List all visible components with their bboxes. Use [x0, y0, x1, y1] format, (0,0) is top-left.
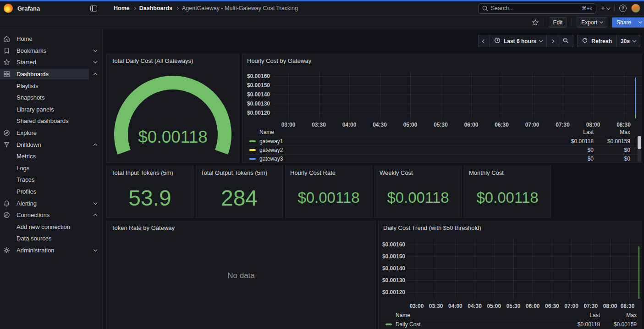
no-data-message: No data	[107, 271, 375, 280]
time-range-group: Last 6 hours	[478, 35, 573, 47]
dock-sidebar-icon[interactable]	[90, 6, 97, 11]
sidebar-item-data-sources[interactable]: Data sources	[0, 233, 102, 245]
topbar-actions: Search... ⌘+k + ?	[478, 3, 644, 14]
sidebar-item-bookmarks[interactable]: Bookmarks	[0, 45, 102, 57]
refresh-interval-picker[interactable]: 30s	[616, 35, 640, 47]
y-tick: $0.00140	[243, 91, 270, 98]
breadcrumb-dashboards[interactable]: Dashboards	[139, 5, 172, 11]
panel-token-rate-by-gateway: Token Rate by Gateway No data	[106, 221, 376, 329]
legend-row-gateway1[interactable]: gateway1 $0.00118 $0.00159	[247, 137, 638, 145]
chevron-left-icon	[482, 39, 486, 43]
plus-icon: +	[601, 5, 605, 12]
legend-header-name[interactable]: Name	[259, 129, 557, 135]
time-range-picker[interactable]: Last 6 hours	[490, 35, 546, 47]
new-button[interactable]: +	[601, 5, 610, 12]
time-back-button[interactable]	[479, 35, 490, 47]
search-icon	[482, 6, 488, 11]
compass-icon	[3, 129, 10, 137]
legend-header-max[interactable]: Max	[594, 129, 630, 135]
chevron-up-icon[interactable]	[94, 73, 97, 77]
chevron-down-icon	[638, 20, 642, 23]
sidebar-item-logs[interactable]: Logs	[0, 162, 102, 174]
legend-table: Name Last Max gateway1 $0.00118 $0.00159	[247, 128, 638, 163]
sidebar-item-administration[interactable]: Administration	[0, 245, 102, 257]
bookmark-icon	[3, 47, 10, 54]
panel-total-output-tokens: Total Output Tokens (5m) 284	[196, 166, 283, 218]
plug-icon	[3, 212, 10, 219]
sidebar-item-playlists[interactable]: Playlists	[0, 80, 102, 92]
legend-header: Name Last Max	[247, 128, 638, 137]
breadcrumb-home[interactable]: Home	[114, 5, 130, 11]
y-tick: $0.00150	[379, 253, 405, 260]
search-shortcut: ⌘+k	[582, 6, 592, 11]
chevron-right-icon	[550, 39, 554, 43]
share-menu-button[interactable]	[636, 17, 644, 28]
export-button[interactable]: Export	[577, 17, 607, 28]
search-input[interactable]: Search... ⌘+k	[478, 3, 596, 14]
sidebar-item-dashboards[interactable]: Dashboards	[0, 68, 102, 80]
search-placeholder: Search...	[491, 5, 579, 11]
panel-title[interactable]: Total Output Tokens (5m)	[196, 166, 282, 176]
star-favorite-icon[interactable]	[532, 19, 539, 26]
home-icon	[3, 35, 10, 43]
y-tick: $0.00140	[379, 265, 405, 272]
zoom-out-button[interactable]	[558, 35, 573, 47]
grafana-app: Grafana Home Dashboards AgentGateway - M…	[0, 0, 644, 329]
avatar[interactable]	[631, 4, 640, 13]
sidebar-item-snapshots[interactable]: Snapshots	[0, 92, 102, 104]
legend-header-last[interactable]: Last	[563, 312, 600, 318]
x-tick: 07:30	[549, 122, 577, 128]
series-spike-daily-cost	[638, 246, 639, 299]
stat-value: $0.00118	[286, 182, 372, 214]
chevron-up-icon[interactable]	[94, 214, 97, 217]
gauge-arc	[109, 68, 237, 162]
sidebar-item-connections[interactable]: Connections	[0, 209, 102, 221]
sidebar-item-starred[interactable]: Starred	[0, 56, 102, 68]
chevron-down-icon[interactable]	[94, 48, 97, 52]
legend-row-gateway2[interactable]: gateway2 $0 $0	[247, 145, 638, 154]
sidebar-item-add-new-connection[interactable]: Add new connection	[0, 221, 102, 233]
chevron-down-icon[interactable]	[94, 60, 97, 63]
sidebar-item-shared-dashboards[interactable]: Shared dashboards	[0, 115, 102, 127]
refresh-button[interactable]: Refresh	[578, 35, 616, 47]
legend-scrollbar-thumb[interactable]	[638, 136, 641, 149]
panel-title[interactable]: Token Rate by Gateway	[107, 221, 375, 231]
sidebar-item-metrics[interactable]: Metrics	[0, 151, 102, 162]
legend-header-name[interactable]: Name	[396, 312, 563, 318]
panel-daily-cost-trend: Daily Cost Trend (with $50 threshold) $0…	[378, 221, 642, 329]
help-icon[interactable]: ?	[619, 5, 627, 12]
sidebar-item-alerting[interactable]: Alerting	[0, 197, 102, 209]
time-controls: Last 6 hours Refresh 30s	[478, 35, 640, 47]
chevron-up-icon[interactable]	[94, 143, 97, 147]
share-button[interactable]: Share	[612, 17, 636, 28]
chevron-down-icon[interactable]	[94, 248, 97, 251]
panel-title[interactable]: Total Input Tokens (5m)	[107, 166, 193, 176]
legend-header-max[interactable]: Max	[600, 312, 637, 318]
legend-row-daily-cost[interactable]: Daily Cost $0.00118 $0.00159	[383, 320, 638, 329]
panel-title[interactable]: Total Daily Cost (All Gateways)	[107, 54, 239, 64]
chevron-down-icon[interactable]	[94, 201, 97, 204]
sidebar-item-drilldown[interactable]: Drilldown	[0, 139, 102, 151]
panel-title[interactable]: Monthly Cost	[464, 166, 550, 176]
legend-row-gateway3[interactable]: gateway3 $0 $0	[247, 154, 638, 163]
legend-header-last[interactable]: Last	[557, 129, 594, 135]
edit-button[interactable]: Edit	[549, 17, 567, 28]
stat-value: 53.9	[107, 182, 193, 214]
sidebar-item-explore[interactable]: Explore	[0, 127, 102, 139]
panel-title[interactable]: Hourly Cost by Gateway	[242, 54, 642, 64]
chevron-right-icon	[176, 7, 179, 10]
sidebar-item-home[interactable]: Home	[0, 33, 102, 45]
stat-value: $0.00118	[375, 182, 461, 214]
sidebar-item-traces[interactable]: Traces	[0, 174, 102, 186]
panel-title[interactable]: Hourly Cost Rate	[286, 166, 372, 176]
series-spike-gateway3	[635, 78, 636, 116]
time-forward-button[interactable]	[546, 35, 558, 47]
sidebar-item-library-panels[interactable]: Library panels	[0, 104, 102, 116]
grafana-logo-icon[interactable]	[4, 4, 13, 13]
top-nav-bar: Grafana Home Dashboards AgentGateway - M…	[0, 1, 644, 16]
sidebar-item-profiles[interactable]: Profiles	[0, 186, 102, 198]
divider	[572, 19, 572, 26]
panel-title[interactable]: Weekly Cost	[375, 166, 461, 176]
panel-title[interactable]: Daily Cost Trend (with $50 threshold)	[379, 221, 642, 231]
stat-value: 284	[196, 182, 282, 214]
